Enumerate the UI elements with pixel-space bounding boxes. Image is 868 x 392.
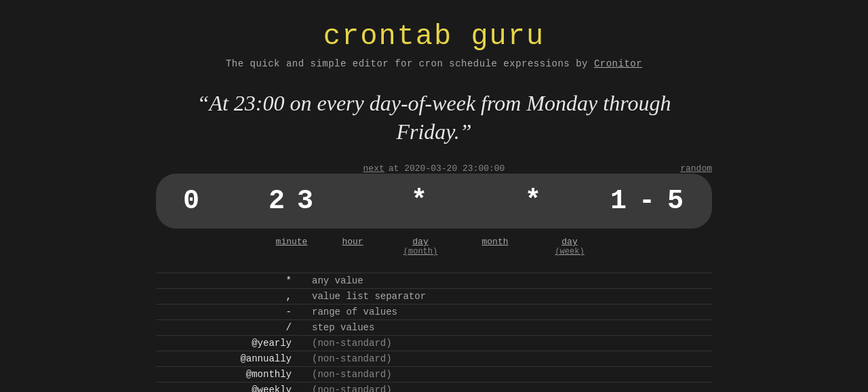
field-month-label: month (481, 237, 508, 247)
cron-input[interactable] (183, 186, 685, 216)
table-row: @monthly(non-standard) (156, 367, 712, 383)
field-day-month-label: day (412, 237, 428, 247)
table-row: @annually(non-standard) (156, 351, 712, 367)
field-month[interactable]: month (458, 234, 532, 259)
field-day-month[interactable]: day (month) (383, 234, 458, 259)
description-block: “At 23:00 on every day-of-week from Mond… (197, 90, 671, 146)
field-day-week-sub: (week) (532, 247, 607, 256)
field-hour[interactable]: hour (322, 234, 383, 259)
site-title: crontab guru (323, 20, 545, 53)
page-container: crontab guru The quick and simple editor… (0, 0, 868, 392)
reference-table: *any value,value list separator-range of… (156, 273, 712, 392)
table-row: @yearly(non-standard) (156, 336, 712, 351)
field-minute[interactable]: minute (261, 234, 322, 259)
field-day-week-label: day (561, 237, 577, 247)
cronitor-link[interactable]: Cronitor (594, 58, 642, 69)
table-row: *any value (156, 273, 712, 289)
table-row: -range of values (156, 305, 712, 320)
field-day-month-sub: (month) (383, 247, 458, 256)
field-hour-label: hour (342, 237, 363, 247)
next-link[interactable]: next (363, 163, 384, 174)
cron-fields: minute hour day (month) month day (week) (156, 234, 712, 259)
description-text: “At 23:00 on every day-of-week from Mond… (197, 90, 671, 146)
cron-input-container (156, 174, 712, 229)
field-day-week[interactable]: day (week) (532, 234, 607, 259)
table-row: ,value list separator (156, 289, 712, 305)
next-line: next at 2020-03-20 23:00:00 random (156, 163, 712, 174)
random-link[interactable]: random (680, 163, 712, 174)
subtitle: The quick and simple editor for cron sch… (226, 58, 642, 69)
next-run-text: at 2020-03-20 23:00:00 (389, 163, 505, 174)
subtitle-text: The quick and simple editor for cron sch… (226, 58, 594, 69)
table-row: /step values (156, 320, 712, 336)
field-minute-label: minute (276, 237, 308, 247)
table-row: @weekly(non-standard) (156, 383, 712, 392)
